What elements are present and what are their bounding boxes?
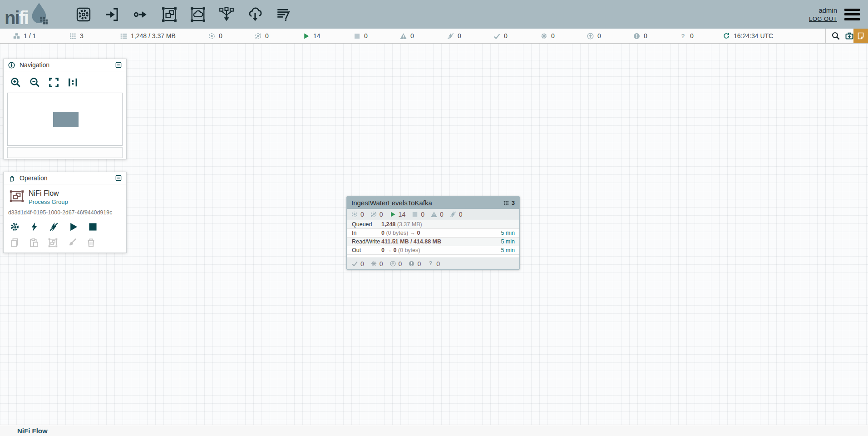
selected-component-name: NiFi Flow xyxy=(29,189,68,198)
status-up-to-date-count: 0 xyxy=(504,32,508,40)
pg-row-value: 411.51 MB / 414.88 MB xyxy=(381,238,501,245)
disable-button[interactable] xyxy=(49,222,59,232)
stop-button[interactable] xyxy=(88,222,98,232)
enable-button[interactable] xyxy=(29,222,39,232)
pg-stat-transmitting: 0 xyxy=(351,211,364,218)
refresh-status[interactable]: 16:24:34 UTC xyxy=(723,29,773,43)
status-stopped-count: 0 xyxy=(364,32,368,40)
pg-versioned-up-to-date: 0 xyxy=(351,260,364,268)
hamburger-bar xyxy=(844,18,860,20)
refresh-icon xyxy=(723,32,730,40)
user-block: admin LOG OUT xyxy=(809,6,837,23)
operation-panel: Operation NiFi Flow Process Group d33d1d… xyxy=(3,172,127,253)
pg-versioned-locally-modified-stale: 0 xyxy=(408,260,421,268)
minimap-footer xyxy=(7,147,123,158)
pg-stat-stopped-count: 0 xyxy=(421,211,424,218)
group-button[interactable] xyxy=(48,238,58,248)
pg-versioned-stale: 0 xyxy=(390,260,402,268)
pg-stat-transmitting-count: 0 xyxy=(360,211,364,218)
stopped-icon xyxy=(353,32,361,40)
add-funnel-button[interactable] xyxy=(218,6,235,23)
status-queued-count: 1,248 / 3.37 MB xyxy=(131,32,176,40)
process-group-component[interactable]: IngestWaterLevelsToKafka 3 0014000 Queue… xyxy=(346,196,520,270)
up-to-date-icon xyxy=(493,32,501,40)
status-queued: 1,248 / 3.37 MB xyxy=(120,29,176,43)
zoom-out-button[interactable] xyxy=(29,77,40,88)
search-icon xyxy=(831,31,840,40)
pg-versioned-locally-modified: 0 xyxy=(370,260,383,268)
add-output-port-button[interactable] xyxy=(133,6,149,23)
locally-modified-icon xyxy=(370,260,377,267)
transmitting-icon xyxy=(208,32,216,40)
flow-canvas[interactable]: IngestWaterLevelsToKafka 3 0014000 Queue… xyxy=(0,44,868,425)
pg-row-value: 1,248 (3.37 MB) xyxy=(381,221,515,228)
pg-stat-stopped: 0 xyxy=(411,211,424,218)
selected-component-names: NiFi Flow Process Group xyxy=(29,189,68,205)
pg-row-timeframe: 5 min xyxy=(501,238,519,245)
stopped-icon xyxy=(411,211,419,218)
locally-modified-icon xyxy=(540,32,548,40)
collapse-icon[interactable] xyxy=(115,61,122,69)
nifi-logo: nifi xyxy=(5,0,49,29)
status-invalid-count: 0 xyxy=(410,32,414,40)
pg-row-label: Read/Write xyxy=(347,238,381,245)
pg-versioned-stale-count: 0 xyxy=(399,260,402,268)
process-group-header: IngestWaterLevelsToKafka 3 xyxy=(347,197,519,209)
change-color-button[interactable] xyxy=(67,238,77,248)
add-processor-button[interactable] xyxy=(75,6,92,23)
pg-versioned-locally-modified-count: 0 xyxy=(380,260,383,268)
breadcrumb-root[interactable]: NiFi Flow xyxy=(17,427,48,435)
status-cluster-count: 1 / 1 xyxy=(24,32,36,40)
global-menu-button[interactable] xyxy=(844,9,860,20)
logo-text-ni: ni xyxy=(5,10,19,26)
process-group-stats-row: 0014000 xyxy=(347,209,519,220)
pg-row-read-write: Read/Write411.51 MB / 414.88 MB5 min xyxy=(347,238,519,246)
locally-modified-stale-icon xyxy=(633,32,641,40)
pg-stat-invalid-count: 0 xyxy=(440,211,444,218)
zoom-actual-size-button[interactable] xyxy=(67,77,79,88)
last-refresh-time: 16:24:34 UTC xyxy=(734,32,773,40)
add-remote-process-group-button[interactable] xyxy=(190,6,206,23)
pg-stat-not-transmitting: 0 xyxy=(370,211,383,218)
status-up-to-date: 0 xyxy=(493,29,508,43)
configure-button[interactable] xyxy=(10,222,20,232)
hand-icon xyxy=(8,174,15,182)
add-input-port-button[interactable] xyxy=(104,6,120,23)
birdseye-minimap[interactable] xyxy=(7,93,123,146)
start-button[interactable] xyxy=(68,222,79,232)
delete-button[interactable] xyxy=(86,238,96,248)
zoom-fit-button[interactable] xyxy=(48,77,59,88)
operation-panel-title: Operation xyxy=(4,172,126,184)
locally-modified-stale-icon xyxy=(408,260,415,267)
zoom-in-button[interactable] xyxy=(10,77,21,88)
copy-button[interactable] xyxy=(10,238,20,248)
transmitting-icon xyxy=(351,211,358,218)
active-threads-count: 3 xyxy=(512,199,515,206)
queued-icon xyxy=(120,32,128,40)
search-button[interactable] xyxy=(829,29,843,43)
logout-link[interactable]: LOG OUT xyxy=(809,15,837,22)
selected-component-id: d33d1d4f-0195-1000-2d67-46f9440d919c xyxy=(4,205,126,216)
selected-component-type: Process Group xyxy=(29,198,68,205)
navigation-panel-label: Navigation xyxy=(20,61,115,69)
operation-buttons-secondary xyxy=(4,232,126,248)
pg-row-timeframe: 5 min xyxy=(501,230,519,236)
first-aid-kit-icon xyxy=(845,31,854,40)
bulletin-note-button[interactable] xyxy=(853,29,868,43)
svg-text:?: ? xyxy=(429,260,432,267)
paste-button[interactable] xyxy=(29,238,39,248)
operation-panel-label: Operation xyxy=(20,174,115,182)
add-label-button[interactable] xyxy=(276,6,292,23)
operation-buttons-primary xyxy=(4,216,126,232)
pg-versioned-up-to-date-count: 0 xyxy=(360,260,364,268)
add-template-button[interactable] xyxy=(247,6,263,23)
note-icon xyxy=(856,31,865,40)
navigation-panel-title: Navigation xyxy=(4,59,126,71)
not-transmitting-icon xyxy=(254,32,262,40)
logo-text-fi: fi xyxy=(19,10,28,26)
add-process-group-button[interactable] xyxy=(161,6,178,23)
app-header: nifi admin LOG OUT xyxy=(0,0,868,29)
collapse-icon[interactable] xyxy=(115,174,122,182)
status-disabled: 0 xyxy=(447,29,461,43)
status-transmitting: 0 xyxy=(208,29,222,43)
